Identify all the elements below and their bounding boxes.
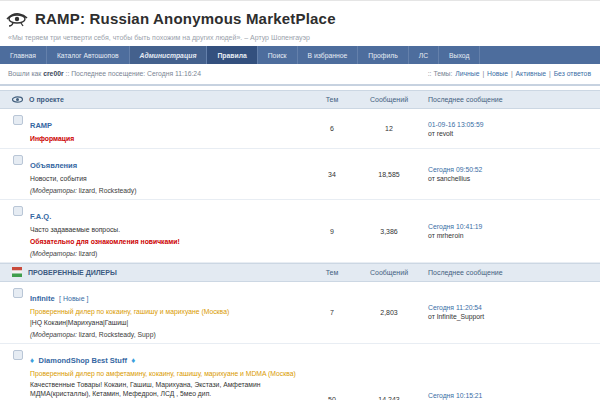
moderators-line: (Модераторы: lizard, Rocksteady) bbox=[30, 187, 137, 194]
nav-logout[interactable]: Выход bbox=[439, 46, 480, 64]
forum-desc: Часто задаваемые вопросы. bbox=[30, 225, 180, 234]
forum-link-infinite[interactable]: Infinite bbox=[30, 294, 55, 303]
topics-count: 7 bbox=[308, 309, 356, 316]
moderators-line: (Модераторы: lizard) bbox=[30, 250, 180, 257]
nav-autoshops-catalog[interactable]: Каталог Автошопов bbox=[47, 46, 130, 64]
forum-page: RAMP: Russian Anonymous MarketPlace «Мы … bbox=[0, 0, 600, 400]
site-title: RAMP: Russian Anonymous MarketPlace bbox=[35, 10, 336, 27]
forum-row-faq: F.A.Q. Часто задаваемые вопросы. Обязате… bbox=[0, 200, 600, 262]
forum-row-diamondshop: ♦ DiamondShop Best Stuff ♦ Проверенный д… bbox=[0, 344, 600, 400]
last-post-author: от Infinite_Support bbox=[428, 313, 600, 320]
topic-filters: :: Темы: Личные | Новые | Активные | Без… bbox=[428, 70, 592, 77]
posts-count: 3,386 bbox=[356, 228, 422, 235]
last-visit: Последнее посещение: Сегодня 11:16:24 bbox=[71, 70, 201, 77]
diamond-icon: ♦ bbox=[30, 356, 34, 365]
forum-link-faq[interactable]: F.A.Q. bbox=[30, 212, 51, 221]
moderators-names: lizard) bbox=[79, 250, 98, 257]
nav-favorites[interactable]: В избранное bbox=[298, 46, 359, 64]
moderators-label: (Модераторы: bbox=[30, 331, 77, 338]
forum-desc-goods: Качественные Товары! Кокаин, Гашиш, Мари… bbox=[30, 380, 302, 398]
forum-folder-icon bbox=[13, 288, 23, 298]
column-topics: Тем bbox=[308, 96, 356, 103]
forum-link-ramp[interactable]: RAMP bbox=[30, 121, 52, 130]
posts-count: 18,585 bbox=[356, 171, 422, 178]
last-post-author: от revolt bbox=[428, 130, 600, 137]
last-post-link[interactable]: 01-09-16 13:05:59 bbox=[428, 121, 600, 128]
forum-link-diamondshop[interactable]: DiamondShop Best Stuff bbox=[39, 356, 127, 365]
pipe-separator: | bbox=[482, 70, 484, 77]
forum-row-ramp: RAMP Информация 6 12 01-09-16 13:05:59 о… bbox=[0, 109, 600, 149]
nav-profile[interactable]: Профиль bbox=[358, 46, 408, 64]
forum-desc-warning: Обязательно для ознакомления новичками! bbox=[30, 237, 180, 246]
moderators-label: (Модераторы: bbox=[30, 187, 77, 194]
last-post-link[interactable]: Сегодня 10:41:19 bbox=[428, 223, 600, 230]
forum-desc-dealer: Проверенный дилер по кокаину, гашишу и м… bbox=[30, 307, 229, 316]
forum-row-infinite: Infinite [ Новые ] Проверенный дилер по … bbox=[0, 282, 600, 344]
section-eye-icon bbox=[12, 95, 23, 104]
topics-count: 50 bbox=[308, 396, 356, 400]
last-post-link[interactable]: Сегодня 11:20:54 bbox=[428, 304, 600, 311]
topics-count: 6 bbox=[308, 125, 356, 132]
section-title: О проекте bbox=[29, 96, 64, 103]
moderators-names: lizard, Rocksteady, Supp) bbox=[79, 331, 156, 338]
site-quote: «Мы теряем три четверти себя, чтобы быть… bbox=[0, 27, 600, 46]
last-post-author: от sanchellius bbox=[428, 175, 600, 182]
forum-desc: |HQ Кокаин|Марихуана|Гашиш| bbox=[30, 318, 229, 327]
divider bbox=[0, 84, 600, 86]
forum-folder-icon bbox=[13, 115, 23, 125]
posts-count: 2,803 bbox=[356, 309, 422, 316]
main-nav: Главная Каталог Автошопов Администрация … bbox=[0, 46, 600, 64]
forum-folder-icon bbox=[13, 206, 23, 216]
section-header-dealers: ПРОВЕРЕННЫЕ ДИЛЕРЫ Тем Сообщений Последн… bbox=[0, 263, 600, 282]
forum-new-posts-link[interactable]: [ Новые ] bbox=[59, 295, 88, 302]
forum-desc-dealer: Проверенный дилер по амфетамину, кокаину… bbox=[30, 369, 302, 378]
forum-desc: Информация bbox=[30, 134, 74, 143]
user-bar: Вошли как cre00r :: Последнее посещение:… bbox=[0, 64, 600, 84]
topics-active-link[interactable]: Активные bbox=[516, 70, 547, 77]
column-posts: Сообщений bbox=[356, 269, 422, 276]
column-topics: Тем bbox=[308, 269, 356, 276]
topics-label: :: Темы: bbox=[428, 70, 453, 77]
column-posts: Сообщений bbox=[356, 96, 422, 103]
logged-in-prefix: Вошли как bbox=[8, 70, 41, 77]
column-last-post: Последнее сообщение bbox=[422, 96, 600, 103]
separator: :: bbox=[66, 70, 70, 77]
forum-folder-icon bbox=[13, 350, 23, 360]
last-post-link[interactable]: Сегодня 10:15:21 bbox=[428, 392, 600, 399]
last-post-author: от mrheroin bbox=[428, 232, 600, 239]
nav-private-messages[interactable]: ЛС bbox=[409, 46, 439, 64]
nav-home[interactable]: Главная bbox=[0, 46, 47, 64]
topics-count: 9 bbox=[308, 228, 356, 235]
moderators-line: (Модераторы: lizard, Rocksteady, Supp) bbox=[30, 331, 229, 338]
section-header-about: О проекте Тем Сообщений Последнее сообще… bbox=[0, 90, 600, 109]
forum-link-announcements[interactable]: Объявления bbox=[30, 161, 77, 170]
last-post-link[interactable]: Сегодня 09:50:52 bbox=[428, 166, 600, 173]
section-title: ПРОВЕРЕННЫЕ ДИЛЕРЫ bbox=[28, 269, 117, 276]
posts-count: 12 bbox=[356, 125, 422, 132]
forum-desc: Новости, события bbox=[30, 174, 137, 183]
topics-personal-link[interactable]: Личные bbox=[455, 70, 479, 77]
moderators-label: (Модераторы: bbox=[30, 250, 77, 257]
diamond-icon: ♦ bbox=[131, 356, 135, 365]
topics-new-link[interactable]: Новые bbox=[487, 70, 508, 77]
username: cre00r bbox=[43, 70, 63, 77]
nav-filler bbox=[480, 46, 600, 64]
login-status: Вошли как cre00r :: Последнее посещение:… bbox=[8, 70, 201, 77]
topics-unanswered-link[interactable]: Без ответов bbox=[554, 70, 591, 77]
column-last-post: Последнее сообщение bbox=[422, 269, 600, 276]
forum-row-announcements: Объявления Новости, события (Модераторы:… bbox=[0, 149, 600, 200]
pipe-separator: | bbox=[511, 70, 513, 77]
masthead: RAMP: Russian Anonymous MarketPlace bbox=[0, 1, 600, 27]
forum-folder-icon bbox=[13, 155, 23, 165]
topics-count: 34 bbox=[308, 171, 356, 178]
pipe-separator: | bbox=[549, 70, 551, 77]
posts-count: 14,243 bbox=[356, 396, 422, 400]
moderators-names: lizard, Rocksteady) bbox=[79, 187, 137, 194]
nav-rules[interactable]: Правила bbox=[207, 46, 257, 64]
verified-dealers-icon bbox=[12, 267, 22, 277]
eye-of-horus-logo-icon bbox=[6, 11, 28, 27]
nav-search[interactable]: Поиск bbox=[258, 46, 298, 64]
nav-administration[interactable]: Администрация bbox=[130, 46, 208, 64]
